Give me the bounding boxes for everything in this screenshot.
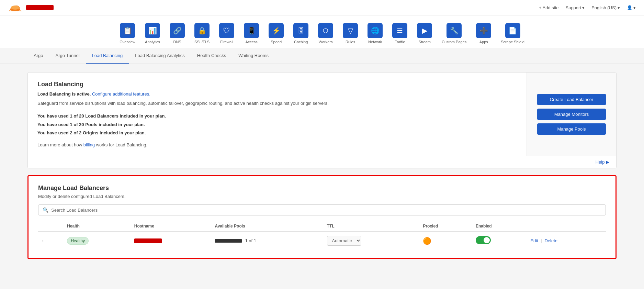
access-icon: 📱 — [244, 23, 259, 38]
delete-button[interactable]: Delete — [544, 238, 557, 243]
col-hostname: Hostname — [130, 221, 211, 232]
search-bar: 🔍 — [38, 204, 606, 215]
load-balancers-table: Health Hostname Available Pools TTL Prox… — [38, 221, 606, 250]
col-expand — [38, 221, 63, 232]
nav-firewall[interactable]: 🛡 Firewall — [216, 21, 238, 48]
edit-button[interactable]: Edit — [530, 238, 538, 243]
caching-icon: 🗄 — [293, 23, 308, 38]
apps-label: Apps — [479, 40, 488, 44]
manage-monitors-button[interactable]: Manage Monitors — [537, 109, 606, 120]
analytics-icon: 📊 — [145, 23, 160, 38]
nav-caching[interactable]: 🗄 Caching — [290, 21, 312, 48]
manage-card-title: Manage Load Balancers — [38, 185, 606, 192]
custom-pages-label: Custom Pages — [442, 40, 466, 44]
nav-overview[interactable]: 📋 Overview — [116, 21, 139, 48]
row-expand-cell: › — [38, 232, 63, 250]
actions-cell: Edit | Delete — [526, 232, 606, 250]
nav-speed[interactable]: ⚡ Speed — [265, 21, 287, 48]
nav-stream[interactable]: ▶ Stream — [414, 21, 436, 48]
cloudflare-logo-icon: CLOUDFLARE — [8, 3, 22, 12]
dns-label: DNS — [173, 40, 181, 44]
icon-nav: 📋 Overview 📊 Analytics 🔗 DNS 🔒 SSL/TLS 🛡… — [0, 15, 644, 48]
table-body: › Healthy 1 of 1 — [38, 232, 606, 250]
ssl-tls-label: SSL/TLS — [194, 40, 210, 44]
nav-workers[interactable]: ⬡ Workers — [315, 21, 337, 48]
search-icon: 🔍 — [43, 207, 48, 213]
manage-card: Manage Load Balancers Modify or delete c… — [27, 175, 617, 259]
info-card-footer: Help ▶ — [28, 156, 616, 168]
access-label: Access — [245, 40, 257, 44]
enabled-cell — [472, 232, 527, 250]
create-load-balancer-button[interactable]: Create Load Balancer — [537, 94, 606, 105]
nav-apps[interactable]: ➕ Apps — [473, 21, 495, 48]
account-icon: 👤 — [627, 5, 632, 10]
status-bold: Load Balancing is active. — [37, 91, 91, 97]
col-health: Health — [63, 221, 130, 232]
ssl-tls-icon: 🔒 — [194, 23, 210, 38]
proxied-cell: 🟠 — [419, 232, 471, 250]
tab-load-balancing[interactable]: Load Balancing — [86, 48, 129, 64]
manage-pools-button[interactable]: Manage Pools — [537, 123, 606, 135]
network-label: Network — [368, 40, 382, 44]
nav-rules[interactable]: ▽ Rules — [339, 21, 361, 48]
top-nav: CLOUDFLARE + Add site Support ▾ English … — [0, 0, 644, 15]
search-input[interactable] — [51, 208, 601, 213]
account-menu[interactable]: 👤 ▾ — [627, 5, 636, 10]
nav-dns[interactable]: 🔗 DNS — [166, 21, 188, 48]
nav-traffic[interactable]: ☰ Traffic — [389, 21, 411, 48]
tab-argo[interactable]: Argo — [27, 48, 49, 64]
info-card-body: Load Balancing Load Balancing is active.… — [28, 73, 616, 156]
scrape-shield-label: Scrape Shield — [501, 40, 524, 44]
nav-custom-pages[interactable]: 🔧 Custom Pages — [438, 21, 470, 48]
overview-icon: 📋 — [120, 23, 135, 38]
billing-link[interactable]: billing — [83, 142, 95, 147]
logo[interactable]: CLOUDFLARE — [8, 3, 22, 12]
nav-scrape-shield[interactable]: 📄 Scrape Shield — [497, 21, 528, 48]
logo-area: CLOUDFLARE — [8, 3, 54, 12]
manage-card-description: Modify or delete configured Load Balance… — [38, 194, 606, 199]
usage-line-1: You have used 1 of 20 Load Balancers inc… — [37, 112, 517, 121]
tab-waiting-rooms[interactable]: Waiting Rooms — [232, 48, 275, 64]
tab-health-checks[interactable]: Health Checks — [191, 48, 233, 64]
enabled-toggle[interactable] — [476, 236, 491, 244]
ttl-cell: Automatic — [323, 232, 419, 250]
language-chevron-icon: ▾ — [618, 5, 620, 10]
billing-suffix: works for Load Balancing. — [95, 142, 147, 147]
site-name — [26, 5, 54, 10]
speed-label: Speed — [271, 40, 282, 44]
language-menu[interactable]: English (US) ▾ — [591, 5, 620, 10]
hostname-value — [134, 238, 162, 243]
support-menu[interactable]: Support ▾ — [565, 5, 585, 10]
overview-label: Overview — [120, 40, 135, 44]
info-card-status: Load Balancing is active. Configure addi… — [37, 91, 517, 97]
health-cell: Healthy — [63, 232, 130, 250]
configure-link[interactable]: Configure additional features. — [92, 91, 150, 97]
nav-access[interactable]: 📱 Access — [240, 21, 262, 48]
tab-load-balancing-analytics[interactable]: Load Balancing Analytics — [129, 48, 191, 64]
proxied-cloudflare-icon: 🟠 — [423, 237, 431, 245]
toggle-slider — [476, 236, 491, 244]
info-card: Load Balancing Load Balancing is active.… — [27, 72, 617, 168]
action-separator: | — [541, 238, 542, 243]
nav-ssl-tls[interactable]: 🔒 SSL/TLS — [191, 21, 213, 48]
add-site-button[interactable]: + Add site — [539, 5, 558, 10]
help-link[interactable]: Help ▶ — [596, 159, 609, 165]
nav-network[interactable]: 🌐 Network — [364, 21, 386, 48]
health-badge: Healthy — [67, 237, 89, 245]
workers-label: Workers — [319, 40, 333, 44]
nav-analytics[interactable]: 📊 Analytics — [142, 21, 163, 48]
table-row: › Healthy 1 of 1 — [38, 232, 606, 250]
pool-bar: 1 of 1 — [215, 238, 318, 243]
tab-argo-tunnel[interactable]: Argo Tunnel — [49, 48, 86, 64]
speed-icon: ⚡ — [269, 23, 284, 38]
ttl-select[interactable]: Automatic — [327, 236, 361, 246]
svg-text:CLOUDFLARE: CLOUDFLARE — [9, 10, 22, 12]
caching-label: Caching — [294, 40, 308, 44]
info-card-left: Load Balancing Load Balancing is active.… — [28, 73, 527, 156]
network-icon: 🌐 — [368, 23, 383, 38]
col-proxied: Proxied — [419, 221, 471, 232]
col-ttl: TTL — [323, 221, 419, 232]
hostname-cell — [130, 232, 211, 250]
expand-icon[interactable]: › — [42, 238, 45, 243]
billing-prefix: Learn more about how — [37, 142, 83, 147]
